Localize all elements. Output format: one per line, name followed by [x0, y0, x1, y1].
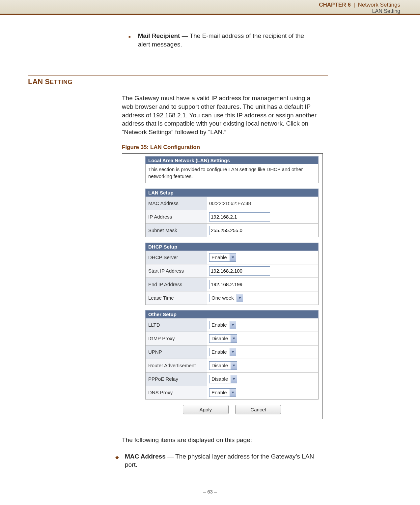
section-heading-big: LAN S — [28, 77, 50, 86]
upnp-label: UPNP — [146, 345, 207, 359]
button-row: Apply Cancel — [145, 405, 319, 414]
page-header: CHAPTER 6 | Network Settings LAN Setting — [0, 0, 420, 14]
subnet-mask-input[interactable] — [209, 226, 270, 235]
mail-recipient-term: Mail Recipient — [138, 32, 180, 39]
pppoe-relay-label: PPPoE Relay — [146, 372, 207, 386]
ip-address-input[interactable] — [209, 212, 270, 222]
other-setup-table: Other Setup LLTD Enable IGMP Proxy Dis — [145, 310, 319, 400]
items-displayed-lead: The following items are displayed on thi… — [122, 436, 321, 444]
section-rule — [28, 75, 328, 75]
chevron-down-icon — [231, 362, 237, 370]
dns-proxy-value: Enable — [210, 389, 230, 397]
igmp-proxy-label: IGMP Proxy — [146, 332, 207, 345]
router-advertisement-select[interactable]: Disable — [209, 361, 237, 370]
end-ip-label: End IP Address — [146, 278, 207, 291]
ip-address-label: IP Address — [146, 210, 207, 223]
lease-time-label: Lease Time — [146, 291, 207, 305]
start-ip-input[interactable] — [209, 266, 270, 276]
dhcp-server-select[interactable]: Enable — [209, 253, 236, 262]
subnet-mask-label: Subnet Mask — [146, 223, 207, 237]
dhcp-setup-table: DHCP Setup DHCP Server Enable Start IP A… — [145, 243, 319, 305]
square-bullet-icon: ■ — [128, 34, 131, 39]
section-heading-small: ETTING — [50, 79, 72, 85]
page-footer: – 63 – — [0, 489, 420, 501]
mail-recipient-text: Mail Recipient — The E-mail address of t… — [138, 32, 318, 48]
igmp-proxy-value: Disable — [210, 335, 231, 342]
section-heading: LAN SETTING — [28, 77, 328, 86]
chevron-down-icon — [230, 389, 236, 397]
header-separator: | — [353, 2, 355, 8]
lan-setup-table: LAN Setup MAC Address 00:22:2D:62:EA:38 … — [145, 189, 319, 237]
header-title: Network Settings — [358, 2, 401, 8]
panel-title: Local Area Network (LAN) Settings — [145, 156, 319, 164]
lan-setup-title: LAN Setup — [146, 189, 319, 196]
chevron-down-icon — [230, 321, 236, 329]
chevron-down-icon — [231, 375, 237, 383]
upnp-value: Enable — [210, 348, 230, 356]
cancel-button[interactable]: Cancel — [235, 405, 281, 414]
chevron-down-icon — [237, 294, 243, 302]
lltd-value: Enable — [210, 321, 230, 329]
mac-address-label: MAC Address — [146, 196, 207, 210]
chapter-label: CHAPTER 6 — [319, 2, 350, 8]
pppoe-relay-value: Disable — [210, 375, 231, 383]
header-band — [0, 14, 420, 15]
dhcp-server-value: Enable — [210, 253, 230, 261]
mac-address-value: 00:22:2D:62:EA:38 — [207, 196, 319, 210]
diamond-bullet-icon: ◆ — [115, 454, 119, 460]
igmp-proxy-select[interactable]: Disable — [209, 334, 237, 343]
header-subtitle: LAN Setting — [0, 8, 400, 14]
dhcp-setup-title: DHCP Setup — [146, 243, 319, 251]
section-paragraph: The Gateway must have a valid IP address… — [122, 94, 321, 136]
header-line-1: CHAPTER 6 | Network Settings — [0, 2, 400, 8]
dns-proxy-label: DNS Proxy — [146, 386, 207, 399]
end-ip-input[interactable] — [209, 280, 270, 289]
mac-address-bullet: ◆ MAC Address — The physical layer addre… — [115, 452, 321, 469]
pppoe-relay-select[interactable]: Disable — [209, 375, 237, 383]
upnp-select[interactable]: Enable — [209, 348, 236, 356]
mail-recipient-bullet: ■ Mail Recipient — The E-mail address of… — [128, 32, 318, 48]
dhcp-server-label: DHCP Server — [146, 251, 207, 264]
mac-address-text: MAC Address — The physical layer address… — [125, 452, 321, 469]
apply-button[interactable]: Apply — [183, 405, 229, 414]
figure-caption: Figure 35: LAN Configuration — [122, 144, 321, 151]
chevron-down-icon — [230, 253, 236, 261]
router-advertisement-label: Router Advertisement — [146, 359, 207, 372]
figure-box: Local Area Network (LAN) Settings This s… — [122, 153, 323, 419]
chevron-down-icon — [230, 348, 236, 356]
chevron-down-icon — [231, 335, 237, 342]
mac-address-term: MAC Address — [125, 453, 166, 460]
other-setup-title: Other Setup — [146, 310, 319, 318]
panel-description: This section is provided to configure LA… — [145, 164, 319, 183]
dns-proxy-select[interactable]: Enable — [209, 388, 236, 397]
lease-time-value: One week — [210, 294, 237, 302]
lease-time-select[interactable]: One week — [209, 294, 243, 302]
lltd-select[interactable]: Enable — [209, 321, 236, 329]
start-ip-label: Start IP Address — [146, 264, 207, 278]
lltd-label: LLTD — [146, 318, 207, 332]
router-advertisement-value: Disable — [210, 362, 231, 370]
